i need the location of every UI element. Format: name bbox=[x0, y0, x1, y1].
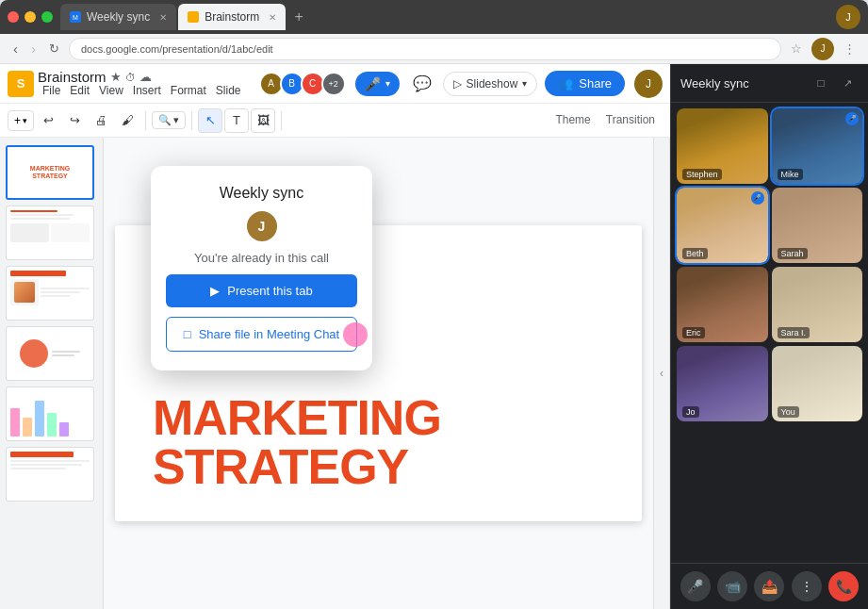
ctrl-camera-btn[interactable]: 📹 bbox=[717, 571, 747, 601]
toolbar-divider-1 bbox=[145, 111, 146, 130]
browser-tabs: M Weekly sync ✕ Brainstorm ✕ + bbox=[60, 4, 828, 30]
thumb-1[interactable]: 1 MARKETINGSTRATEGY bbox=[6, 145, 97, 200]
thumb-slide-4 bbox=[6, 326, 94, 381]
thumb-5[interactable]: 5 bbox=[6, 387, 97, 441]
ctrl-screen-btn[interactable]: 📤 bbox=[754, 571, 784, 601]
forward-btn[interactable]: › bbox=[27, 39, 40, 58]
new-tab-btn[interactable]: + bbox=[286, 4, 312, 30]
cursor-tool-btn[interactable]: ↖ bbox=[198, 108, 222, 133]
slideshow-label: Slideshow bbox=[467, 77, 518, 91]
ctrl-mic-btn[interactable]: 🎤 bbox=[680, 571, 711, 601]
tab-label-weeklysync: Weekly sync bbox=[87, 10, 150, 24]
marketing-line2: STRATEGY bbox=[153, 442, 441, 491]
share-btn[interactable]: 👥 Share bbox=[545, 71, 625, 96]
tab-transition[interactable]: Transition bbox=[606, 113, 655, 128]
tab-favicon-brainstorm bbox=[188, 11, 199, 23]
content-area: 1 MARKETINGSTRATEGY 2 bbox=[0, 138, 670, 609]
print-btn[interactable]: 🖨 bbox=[89, 108, 113, 133]
present-tab-btn[interactable]: ▶ Present this tab bbox=[166, 274, 357, 307]
extensions-icon[interactable]: ⋮ bbox=[840, 40, 859, 58]
menu-insert[interactable]: Insert bbox=[128, 83, 166, 98]
comment-icon-btn[interactable]: 💬 bbox=[407, 69, 437, 99]
present-label: Present this tab bbox=[227, 284, 312, 298]
thumb-slide-1: MARKETINGSTRATEGY bbox=[6, 145, 94, 200]
star-icon[interactable]: ★ bbox=[110, 70, 122, 84]
thumb-3[interactable]: 3 bbox=[6, 266, 97, 321]
text-tool-btn[interactable]: T bbox=[224, 108, 249, 133]
menu-view[interactable]: View bbox=[94, 83, 128, 98]
thumb-slide-5 bbox=[6, 387, 94, 441]
profile-icon[interactable]: J bbox=[811, 38, 834, 60]
menu-edit[interactable]: Edit bbox=[65, 83, 94, 98]
slideshow-icon: ▷ bbox=[453, 77, 462, 91]
share-file-btn[interactable]: □ Share file in Meeting Chat bbox=[166, 317, 357, 352]
tab-label-brainstorm: Brainstorm bbox=[205, 10, 259, 24]
video-grid: Stephen Mike 🎤 Beth 🎤 Sarah Er bbox=[671, 103, 868, 563]
tab-close-brainstorm[interactable]: ✕ bbox=[269, 12, 276, 23]
tab-theme[interactable]: Theme bbox=[555, 113, 590, 128]
meet-title: Weekly sync bbox=[680, 76, 749, 91]
cursor-indicator bbox=[343, 322, 368, 347]
popup-title: Weekly sync bbox=[220, 185, 304, 202]
participant-name-sarai: Sara I. bbox=[778, 327, 811, 338]
popup-card: Weekly sync J You're already in this cal… bbox=[151, 166, 372, 370]
menu-format[interactable]: Format bbox=[166, 83, 211, 98]
reload-btn[interactable]: ↻ bbox=[45, 40, 63, 58]
meet-minimize-btn[interactable]: □ bbox=[810, 72, 832, 94]
video-cell-eric: Eric bbox=[677, 267, 768, 342]
tab-brainstorm[interactable]: Brainstorm ✕ bbox=[178, 4, 286, 30]
video-cell-sarai: Sara I. bbox=[772, 267, 863, 342]
slideshow-btn[interactable]: ▷ Slideshow ▾ bbox=[443, 72, 538, 96]
traffic-light-red[interactable] bbox=[8, 11, 19, 23]
add-slide-btn[interactable]: + ▾ bbox=[8, 110, 34, 131]
tab-favicon-meet: M bbox=[70, 11, 81, 23]
meet-controls: 🎤 📹 📤 ⋮ 📞 bbox=[671, 563, 868, 609]
slide-thumbnails: 1 MARKETINGSTRATEGY 2 bbox=[0, 138, 104, 609]
tab-close-weeklysync[interactable]: ✕ bbox=[159, 12, 167, 23]
redo-btn[interactable]: ↪ bbox=[62, 108, 87, 133]
toolbar-divider-2 bbox=[191, 111, 192, 130]
profile-initial: J bbox=[845, 11, 851, 23]
slides-panel: S Brainstorm ★ ⏱ ☁ File Edit View Insert… bbox=[0, 64, 670, 609]
mic-active-btn[interactable]: 🎤 ▾ bbox=[355, 72, 400, 96]
thumb-2[interactable]: 2 bbox=[6, 206, 97, 260]
traffic-light-green[interactable] bbox=[41, 11, 53, 23]
user-profile-btn[interactable]: J bbox=[634, 70, 663, 98]
mic-indicator-beth: 🎤 bbox=[751, 191, 764, 205]
url-text: docs.google.com/presentation/d/1abc/edit bbox=[81, 43, 273, 55]
plus-icon: + bbox=[14, 114, 21, 127]
ctrl-more-btn[interactable]: ⋮ bbox=[792, 571, 822, 601]
thumb-slide-3 bbox=[6, 266, 94, 321]
thumb-6[interactable]: 6 bbox=[6, 447, 97, 502]
avatar-extra[interactable]: +2 bbox=[321, 72, 346, 96]
traffic-lights bbox=[8, 11, 53, 23]
share-file-icon: □ bbox=[184, 327, 191, 341]
zoom-control[interactable]: 🔍 ▾ bbox=[152, 111, 186, 129]
undo-btn[interactable]: ↩ bbox=[36, 108, 60, 133]
mic-wave-icon: 🎤 bbox=[365, 76, 381, 91]
mic-indicator-mike: 🎤 bbox=[845, 112, 859, 125]
thumb-4[interactable]: 4 bbox=[6, 326, 97, 381]
right-panel-tabs: Theme Transition bbox=[548, 113, 663, 128]
traffic-light-yellow[interactable] bbox=[25, 11, 36, 23]
meet-header: Weekly sync □ ↗ bbox=[671, 64, 868, 103]
ctrl-end-call-btn[interactable]: 📞 bbox=[828, 571, 859, 601]
video-cell-mike: Mike 🎤 bbox=[772, 108, 863, 184]
profile-area[interactable]: J bbox=[836, 5, 860, 29]
tab-weeklysync[interactable]: M Weekly sync ✕ bbox=[60, 4, 176, 30]
video-cell-you: You bbox=[772, 346, 863, 421]
toolbar-divider-3 bbox=[281, 111, 282, 130]
meet-popout-btn[interactable]: ↗ bbox=[836, 72, 859, 94]
menu-file[interactable]: File bbox=[38, 83, 65, 98]
plus-dropdown-icon: ▾ bbox=[23, 116, 27, 125]
collapse-sidebar-btn[interactable]: ‹ bbox=[653, 138, 670, 609]
image-tool-btn[interactable]: 🖼 bbox=[251, 108, 275, 133]
menu-slide[interactable]: Slide bbox=[211, 83, 246, 98]
bookmark-icon[interactable]: ☆ bbox=[787, 40, 806, 58]
paint-format-btn[interactable]: 🖌 bbox=[115, 108, 139, 133]
history-icon[interactable]: ⏱ bbox=[125, 72, 136, 83]
present-icon: ▶ bbox=[210, 284, 220, 298]
url-bar[interactable]: docs.google.com/presentation/d/1abc/edit bbox=[69, 38, 781, 60]
video-cell-beth: Beth 🎤 bbox=[677, 188, 768, 263]
back-btn[interactable]: ‹ bbox=[9, 39, 22, 58]
